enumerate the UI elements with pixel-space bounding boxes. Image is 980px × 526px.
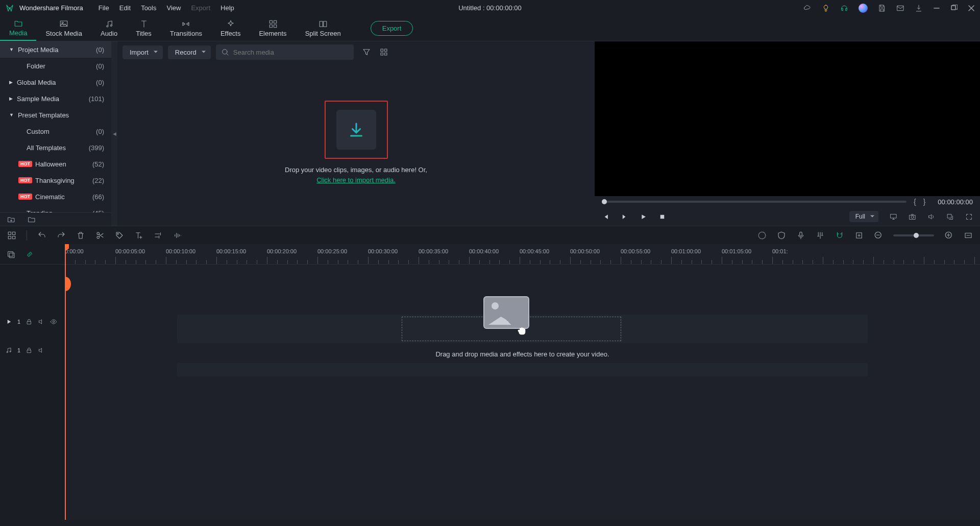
magnet-icon[interactable]	[835, 231, 844, 240]
timeline-body[interactable]: 0:00:0000:00:05:0000:00:10:0000:00:15:00…	[65, 244, 980, 520]
ruler-label: 00:00:15:00	[216, 248, 246, 254]
sidebar-collapse-handle[interactable]: ◀	[111, 41, 117, 226]
marker-icon[interactable]	[854, 231, 864, 240]
scissors-icon[interactable]	[95, 231, 105, 240]
menu-edit[interactable]: Edit	[119, 4, 131, 12]
tab-split-screen[interactable]: Split Screen	[296, 16, 350, 41]
pop-out-icon[interactable]	[946, 213, 954, 221]
media-toolbar: Import Record	[117, 41, 595, 60]
ruler-label: 00:01:	[772, 248, 788, 254]
tree-custom[interactable]: Custom(0)	[0, 123, 111, 139]
import-media-link[interactable]: Click here to import media.	[316, 176, 396, 184]
mute-icon[interactable]	[38, 347, 45, 354]
folder-outline-icon[interactable]	[28, 216, 36, 224]
mark-out-icon[interactable]: }	[923, 198, 926, 206]
preview-viewport[interactable]	[595, 41, 980, 196]
layout-icon[interactable]	[7, 231, 16, 240]
monitor-icon[interactable]	[890, 213, 897, 221]
redo-icon[interactable]	[57, 231, 66, 240]
mic-icon[interactable]	[796, 231, 805, 240]
cloud-icon[interactable]	[803, 4, 812, 12]
tab-media[interactable]: Media	[0, 16, 36, 41]
adjust-icon[interactable]	[154, 231, 163, 240]
record-dropdown[interactable]: Record	[168, 45, 211, 59]
audio-mixer-icon[interactable]	[816, 231, 825, 240]
mute-icon[interactable]	[38, 318, 45, 325]
maximize-button[interactable]	[950, 5, 958, 12]
main-tabs: Media Stock Media Audio Titles Transitio…	[0, 16, 980, 41]
tag-icon[interactable]	[115, 231, 124, 240]
filter-icon[interactable]	[362, 47, 371, 57]
menu-view[interactable]: View	[166, 4, 181, 12]
import-media-box[interactable]	[325, 101, 388, 159]
svg-rect-17	[660, 214, 665, 219]
tab-audio[interactable]: Audio	[91, 16, 127, 41]
menu-file[interactable]: File	[99, 4, 109, 12]
fullscreen-icon[interactable]	[965, 213, 973, 221]
tab-transitions[interactable]: Transitions	[161, 16, 211, 41]
tree-thanksgiving[interactable]: HOTThanksgiving(22)	[0, 172, 111, 188]
track-manager-icon[interactable]	[7, 250, 15, 258]
audio-wave-icon[interactable]	[173, 231, 182, 240]
download-icon[interactable]	[915, 4, 923, 12]
user-avatar-icon[interactable]	[859, 4, 868, 13]
tree-project-media[interactable]: Project Media(0)	[0, 41, 111, 58]
preview-resolution-dropdown[interactable]: Full	[849, 211, 878, 222]
timeline-ruler[interactable]: 0:00:0000:00:05:0000:00:10:0000:00:15:00…	[65, 244, 980, 265]
play-icon[interactable]	[640, 213, 647, 221]
zoom-in-icon[interactable]	[944, 231, 953, 240]
tree-folder[interactable]: Folder(0)	[0, 58, 111, 74]
new-folder-icon[interactable]	[7, 216, 15, 224]
tab-elements[interactable]: Elements	[250, 16, 296, 41]
delete-icon[interactable]	[76, 231, 85, 240]
menu-tools[interactable]: Tools	[141, 4, 156, 12]
import-dropdown[interactable]: Import	[122, 45, 163, 59]
eye-icon[interactable]	[50, 318, 57, 325]
lock-icon[interactable]	[26, 318, 33, 325]
tree-all-templates[interactable]: All Templates(399)	[0, 139, 111, 156]
search-media-input[interactable]	[233, 49, 349, 56]
tab-titles[interactable]: Titles	[127, 16, 161, 41]
media-drop-zone[interactable]: Drop your video clips, images, or audio …	[117, 60, 595, 226]
video-track-lane[interactable]	[177, 315, 868, 343]
close-button[interactable]	[968, 5, 975, 12]
stop-icon[interactable]	[658, 213, 666, 221]
tab-stock-media[interactable]: Stock Media	[36, 16, 91, 41]
mark-in-icon[interactable]: {	[914, 198, 916, 206]
tree-halloween[interactable]: HOTHalloween(52)	[0, 156, 111, 172]
tree-trending[interactable]: Trending(45)	[0, 205, 111, 212]
tree-global-media[interactable]: Global Media(0)	[0, 74, 111, 90]
playhead[interactable]	[65, 244, 66, 520]
ruler-label: 00:00:20:00	[267, 248, 297, 254]
svg-rect-10	[320, 21, 323, 27]
tree-cinematic[interactable]: HOTCinematic(66)	[0, 188, 111, 205]
grid-view-icon[interactable]	[379, 47, 388, 57]
headset-icon[interactable]	[840, 4, 848, 12]
save-icon[interactable]	[878, 4, 886, 12]
export-button[interactable]: Export	[371, 21, 413, 36]
sidebar-bottom-bar	[0, 212, 111, 226]
camera-snapshot-icon[interactable]	[909, 213, 916, 221]
audio-track-lane[interactable]	[177, 363, 868, 376]
tree-sample-media[interactable]: Sample Media(101)	[0, 90, 111, 107]
lock-icon[interactable]	[26, 347, 33, 354]
zoom-fit-icon[interactable]	[964, 231, 973, 240]
minimize-button[interactable]	[933, 5, 940, 12]
zoom-out-icon[interactable]	[874, 231, 883, 240]
menu-help[interactable]: Help	[220, 4, 234, 12]
undo-icon[interactable]	[37, 231, 46, 240]
tab-effects[interactable]: Effects	[211, 16, 250, 41]
link-icon[interactable]	[26, 250, 34, 258]
volume-icon[interactable]	[927, 213, 935, 221]
text-plus-icon[interactable]	[134, 231, 143, 240]
prev-frame-icon[interactable]	[602, 213, 609, 221]
scrub-slider[interactable]	[602, 201, 906, 203]
shield-icon[interactable]	[777, 231, 786, 240]
render-icon[interactable]	[757, 231, 767, 240]
lightbulb-icon[interactable]	[822, 4, 830, 12]
tree-preset-templates[interactable]: Preset Templates	[0, 107, 111, 123]
step-play-icon[interactable]	[621, 213, 628, 221]
mail-icon[interactable]	[896, 4, 904, 12]
zoom-slider[interactable]	[893, 234, 934, 236]
timeline-track-heads: 1 1	[0, 244, 65, 520]
